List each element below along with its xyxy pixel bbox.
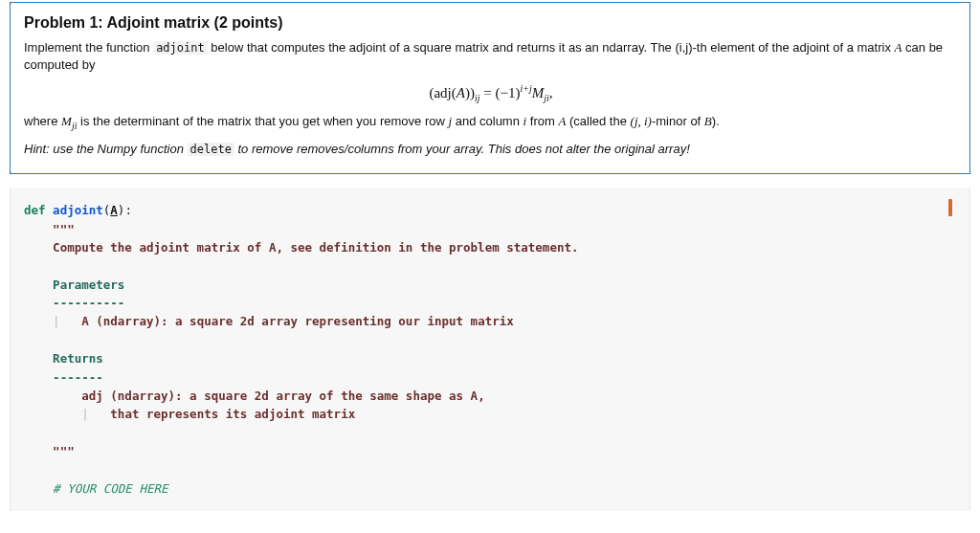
problem-heading: Problem 1: Adjoint matrix (2 points) bbox=[24, 14, 958, 32]
collapser-icon[interactable] bbox=[9, 0, 14, 9]
problem-paragraph-1: Implement the function adjoint below tha… bbox=[24, 39, 958, 74]
markdown-cell[interactable]: Problem 1: Adjoint matrix (2 points) Imp… bbox=[10, 2, 970, 174]
code-editor[interactable]: def adjoint(A): """ Compute the adjoint … bbox=[24, 201, 956, 498]
markdown-body: Implement the function adjoint below tha… bbox=[24, 39, 958, 158]
code-cell[interactable]: def adjoint(A): """ Compute the adjoint … bbox=[10, 188, 970, 511]
equation-display: (adj(A))ij = (−1)i+jMji, bbox=[24, 83, 958, 103]
inline-code-delete: delete bbox=[188, 143, 234, 156]
problem-paragraph-2: where Mji is the determinant of the matr… bbox=[24, 113, 958, 133]
execution-indicator bbox=[948, 199, 952, 216]
hint-paragraph: Hint: use the Numpy function delete to r… bbox=[24, 141, 958, 158]
collapser-icon[interactable] bbox=[9, 167, 14, 177]
inline-code-adjoint: adjoint bbox=[153, 41, 208, 55]
